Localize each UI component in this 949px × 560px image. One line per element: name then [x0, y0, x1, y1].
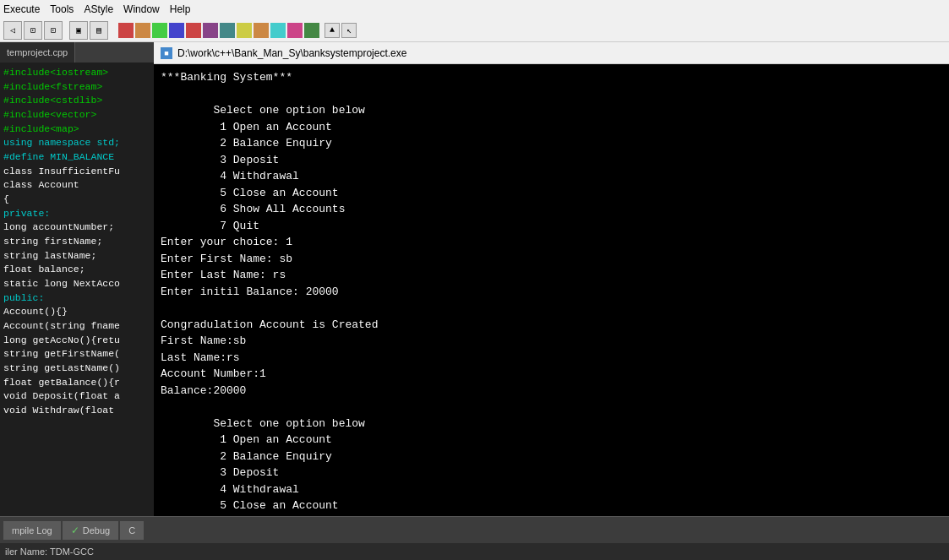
- bottom-bar: mpile Log ✓ Debug C: [0, 516, 949, 543]
- tab-bar: temproject.cpp: [0, 42, 154, 63]
- other-label: C: [128, 525, 135, 536]
- code-line: #include<iostream>: [3, 66, 150, 80]
- code-line: void Withdraw(float: [3, 404, 150, 418]
- debug-check-icon: ✓: [71, 525, 79, 536]
- console-line: 3 Deposit: [161, 465, 942, 481]
- console-line: 1 Open an Account: [161, 119, 942, 136]
- console-line: 4 Withdrawal: [161, 168, 942, 185]
- debug-tab[interactable]: ✓ Debug: [63, 521, 118, 540]
- console-icon: ■: [161, 47, 172, 59]
- code-line: string lastName;: [3, 249, 150, 264]
- code-line: using namespace std;: [3, 136, 150, 150]
- console-output: ***Banking System*** Select one option b…: [154, 64, 949, 516]
- file-tab[interactable]: temproject.cpp: [0, 42, 75, 63]
- toolbar-icon-12[interactable]: [304, 23, 319, 38]
- toolbar-icon-9[interactable]: [254, 23, 269, 38]
- console-line: First Name:sb: [161, 333, 942, 350]
- compile-log-tab[interactable]: mpile Log: [3, 521, 61, 540]
- console-line: Select one option below: [161, 416, 942, 432]
- console-line: Balance:20000: [161, 383, 942, 400]
- code-line: #include<vector>: [3, 108, 150, 122]
- console-line: 5 Close an Account: [161, 185, 942, 202]
- code-line: long accountNumber;: [3, 220, 150, 235]
- toolbar-icon-10[interactable]: [270, 23, 286, 38]
- code-line: string firstName;: [3, 235, 150, 249]
- code-line: private:: [3, 207, 150, 221]
- code-line: class InsufficientFu: [3, 165, 150, 179]
- debug-label: Debug: [83, 525, 110, 536]
- toolbar-btn-2[interactable]: ⊡: [44, 21, 63, 40]
- console-line: ***Banking System***: [161, 69, 942, 86]
- menu-window[interactable]: Window: [123, 3, 160, 15]
- menu-execute[interactable]: Execute: [3, 3, 40, 15]
- code-content: #include<iostream> #include<fstream> #in…: [0, 63, 154, 516]
- code-line: class Account: [3, 178, 150, 193]
- toolbar-btn-3[interactable]: ▣: [69, 21, 88, 40]
- toolbar-icon-11[interactable]: [287, 23, 303, 38]
- console-line: Enter your choice: 1: [161, 234, 942, 251]
- code-panel: temproject.cpp #include<iostream> #inclu…: [0, 42, 154, 516]
- toolbar-icon-6[interactable]: [203, 23, 218, 38]
- code-line: Account(string fname: [3, 319, 150, 334]
- main-area: temproject.cpp #include<iostream> #inclu…: [0, 42, 949, 516]
- menu-tools[interactable]: Tools: [50, 3, 74, 15]
- console-line: Enter initil Balance: 20000: [161, 284, 942, 301]
- menu-help[interactable]: Help: [170, 3, 191, 15]
- console-line: Last Name:rs: [161, 350, 942, 367]
- code-line: Account(){}: [3, 305, 150, 319]
- toolbar-btn-4[interactable]: ▤: [90, 21, 108, 40]
- compile-label: mpile Log: [12, 525, 52, 536]
- toolbar-cursor-icon[interactable]: ↖: [341, 23, 357, 38]
- console-panel: ■ D:\work\c++\Bank_Man_Sy\banksystemproj…: [154, 42, 949, 516]
- console-line: 1 Open an Account: [161, 432, 942, 449]
- code-line: string getLastName(): [3, 362, 150, 376]
- console-line: 5 Close an Account: [161, 497, 942, 514]
- console-line: Select one option below: [161, 102, 942, 119]
- console-title: D:\work\c++\Bank_Man_Sy\banksystemprojec…: [177, 47, 406, 59]
- console-line: Congradulation Account is Created: [161, 317, 942, 334]
- other-tab[interactable]: C: [120, 521, 144, 540]
- console-line: [161, 300, 942, 317]
- code-line: #include<cstdlib>: [3, 94, 150, 108]
- console-line: 7 Quit: [161, 218, 942, 235]
- console-line: 6 Show All Accounts: [161, 201, 942, 218]
- console-line: 3 Deposit: [161, 152, 942, 169]
- console-line: 2 Balance Enquiry: [161, 449, 942, 465]
- status-text: iler Name: TDM-GCC: [5, 546, 94, 557]
- toolbar-icon-2[interactable]: [135, 23, 150, 38]
- code-line: float balance;: [3, 263, 150, 277]
- code-line: long getAccNo(){retu: [3, 334, 150, 348]
- console-line: 2 Balance Enquiry: [161, 135, 942, 152]
- console-line: Enter Last Name: rs: [161, 267, 942, 284]
- console-line: Account Number:1: [161, 366, 942, 383]
- toolbar: ◁ ⊡ ⊡ ▣ ▤ ▲ ↖: [0, 19, 949, 42]
- toolbar-back-btn[interactable]: ◁: [3, 21, 22, 40]
- toolbar-btn-1[interactable]: ⊡: [24, 21, 42, 40]
- code-line: #include<map>: [3, 122, 150, 137]
- code-line: static long NextAcco: [3, 277, 150, 291]
- toolbar-arrow-icon[interactable]: ▲: [325, 23, 340, 38]
- console-line: [161, 399, 942, 416]
- menu-astyle[interactable]: AStyle: [84, 3, 113, 15]
- console-line: [161, 86, 942, 103]
- code-line: float getBalance(){r: [3, 376, 150, 390]
- code-line: string getFirstName(: [3, 347, 150, 362]
- console-line: 4 Withdrawal: [161, 481, 942, 498]
- toolbar-icon-5[interactable]: [186, 23, 201, 38]
- toolbar-icon-1[interactable]: [118, 23, 134, 38]
- code-line: #define MIN_BALANCE: [3, 150, 150, 165]
- code-line: void Deposit(float a: [3, 389, 150, 404]
- console-titlebar: ■ D:\work\c++\Bank_Man_Sy\banksystemproj…: [154, 42, 949, 64]
- console-line: Enter First Name: sb: [161, 251, 942, 268]
- menu-bar: Execute Tools AStyle Window Help: [0, 0, 949, 19]
- code-line: public:: [3, 291, 150, 306]
- toolbar-icon-8[interactable]: [237, 23, 252, 38]
- status-bar: iler Name: TDM-GCC: [0, 543, 949, 560]
- code-line: {: [3, 193, 150, 207]
- toolbar-icon-3[interactable]: [152, 23, 167, 38]
- code-line: #include<fstream>: [3, 80, 150, 95]
- toolbar-icon-4[interactable]: [169, 23, 184, 38]
- toolbar-icon-7[interactable]: [220, 23, 235, 38]
